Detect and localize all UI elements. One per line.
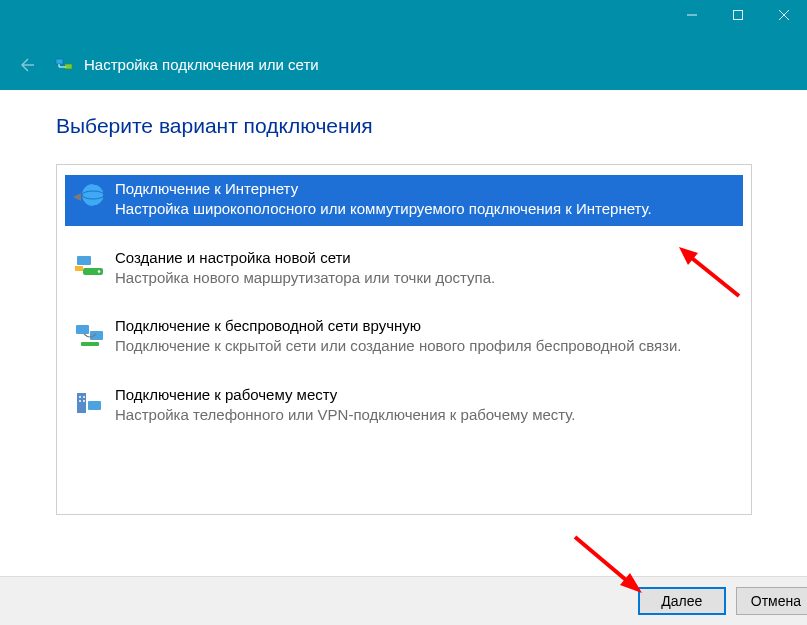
back-button[interactable] — [12, 51, 40, 79]
svg-rect-5 — [56, 59, 63, 64]
window-titlebar — [0, 0, 807, 39]
svg-rect-19 — [83, 396, 85, 398]
option-title: Подключение к рабочему месту — [115, 385, 576, 405]
option-title: Подключение к беспроводной сети вручную — [115, 316, 682, 336]
cancel-button[interactable]: Отмена — [736, 587, 807, 615]
header-bar: Настройка подключения или сети — [0, 39, 807, 90]
svg-rect-21 — [83, 400, 85, 402]
option-title: Подключение к Интернету — [115, 179, 652, 199]
option-desc: Настройка широкополосного или коммутируе… — [115, 199, 652, 219]
wireless-icon — [69, 316, 109, 352]
window-title: Настройка подключения или сети — [84, 56, 319, 73]
options-list: Подключение к Интернету Настройка широко… — [56, 164, 752, 515]
option-new-network[interactable]: Создание и настройка новой сети Настройк… — [65, 244, 743, 295]
svg-rect-18 — [79, 396, 81, 398]
maximize-button[interactable] — [715, 0, 761, 29]
svg-rect-12 — [75, 266, 83, 271]
svg-rect-1 — [734, 10, 743, 19]
svg-rect-20 — [79, 400, 81, 402]
option-title: Создание и настройка новой сети — [115, 248, 495, 268]
minimize-button[interactable] — [669, 0, 715, 29]
option-internet-connection[interactable]: Подключение к Интернету Настройка широко… — [65, 175, 743, 226]
option-desc: Настройка нового маршрутизатора или точк… — [115, 268, 495, 288]
wizard-footer: Далее Отмена — [0, 576, 807, 625]
network-wizard-icon — [54, 55, 74, 75]
svg-rect-14 — [76, 325, 89, 334]
workplace-icon — [69, 385, 109, 421]
router-icon — [69, 248, 109, 284]
wizard-body: Выберите вариант подключения Подключение… — [0, 90, 807, 515]
option-workplace[interactable]: Подключение к рабочему месту Настройка т… — [65, 381, 743, 432]
svg-rect-22 — [88, 401, 101, 410]
svg-marker-9 — [73, 193, 81, 201]
globe-icon — [69, 179, 109, 215]
page-heading: Выберите вариант подключения — [56, 114, 807, 138]
svg-rect-16 — [81, 342, 99, 346]
next-button[interactable]: Далее — [638, 587, 726, 615]
option-desc: Подключение к скрытой сети или создание … — [115, 336, 682, 356]
svg-rect-15 — [90, 331, 103, 340]
close-button[interactable] — [761, 0, 807, 29]
svg-rect-10 — [77, 256, 91, 265]
svg-point-13 — [98, 270, 101, 273]
option-wireless-manual[interactable]: Подключение к беспроводной сети вручную … — [65, 312, 743, 363]
svg-rect-6 — [65, 64, 72, 69]
option-desc: Настройка телефонного или VPN-подключени… — [115, 405, 576, 425]
